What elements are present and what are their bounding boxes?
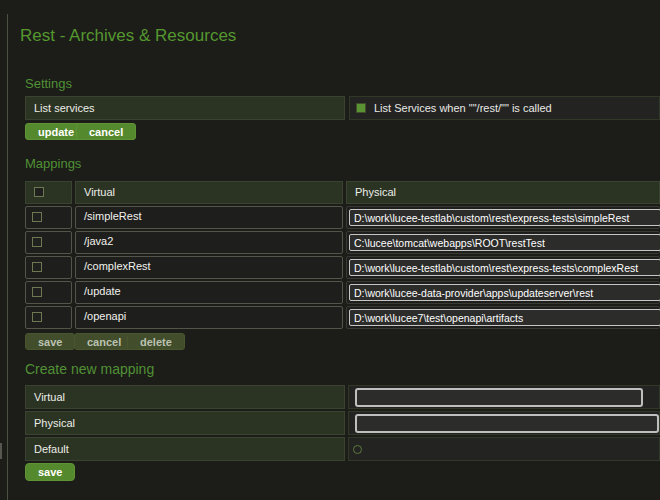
mappings-heading: Mappings [25, 156, 81, 171]
physical-path-input[interactable] [349, 284, 660, 301]
mappings-delete-button[interactable]: delete [127, 333, 185, 350]
virtual-path-cell: /complexRest [75, 256, 343, 279]
physical-path-input[interactable] [349, 209, 660, 226]
mappings-save-button[interactable]: save [25, 333, 75, 350]
create-virtual-value-cell [348, 385, 660, 409]
physical-path-cell [346, 231, 660, 254]
create-default-radio[interactable] [353, 445, 362, 454]
table-row-checkbox-cell [25, 206, 72, 229]
virtual-path-cell: /update [75, 281, 343, 304]
row-checkbox[interactable] [32, 237, 42, 247]
select-all-header-cell [25, 181, 72, 204]
physical-path-cell [346, 281, 660, 304]
table-row-checkbox-cell [25, 231, 72, 254]
create-virtual-label: Virtual [25, 385, 345, 409]
create-default-label: Default [25, 437, 345, 461]
physical-column-header: Physical [346, 181, 660, 204]
list-services-value-cell: List Services when ""/rest/"" is called [349, 96, 660, 120]
row-checkbox[interactable] [32, 312, 42, 322]
list-services-checkbox-label: List Services when ""/rest/"" is called [374, 102, 552, 114]
table-row-checkbox-cell [25, 306, 72, 329]
create-default-value-cell [348, 437, 660, 461]
scrollbar-fragment [0, 443, 2, 459]
virtual-path-cell: /java2 [75, 231, 343, 254]
settings-heading: Settings [25, 76, 72, 91]
page-title: Rest - Archives & Resources [20, 26, 236, 46]
list-services-label: List services [25, 96, 345, 120]
physical-path-input[interactable] [349, 309, 660, 326]
table-row-checkbox-cell [25, 256, 72, 279]
physical-path-input[interactable] [349, 234, 660, 251]
left-border-line [7, 14, 8, 500]
create-physical-value-cell [348, 411, 660, 435]
virtual-path-cell: /openapi [75, 306, 343, 329]
row-checkbox[interactable] [32, 287, 42, 297]
cancel-button[interactable]: cancel [76, 123, 136, 140]
create-physical-label: Physical [25, 411, 345, 435]
row-checkbox[interactable] [32, 212, 42, 222]
physical-path-cell [346, 256, 660, 279]
table-row-checkbox-cell [25, 281, 72, 304]
physical-path-cell [346, 206, 660, 229]
virtual-column-header: Virtual [75, 181, 343, 204]
mappings-cancel-button[interactable]: cancel [74, 333, 134, 350]
physical-path-input[interactable] [349, 259, 660, 276]
list-services-checkbox[interactable] [356, 103, 366, 113]
physical-path-cell [346, 306, 660, 329]
create-virtual-input[interactable] [355, 388, 643, 407]
row-checkbox[interactable] [32, 262, 42, 272]
virtual-path-cell: /simpleRest [75, 206, 343, 229]
create-save-button[interactable]: save [25, 463, 75, 481]
select-all-checkbox[interactable] [34, 187, 44, 197]
create-mapping-heading: Create new mapping [25, 361, 154, 377]
create-physical-input[interactable] [355, 414, 659, 433]
